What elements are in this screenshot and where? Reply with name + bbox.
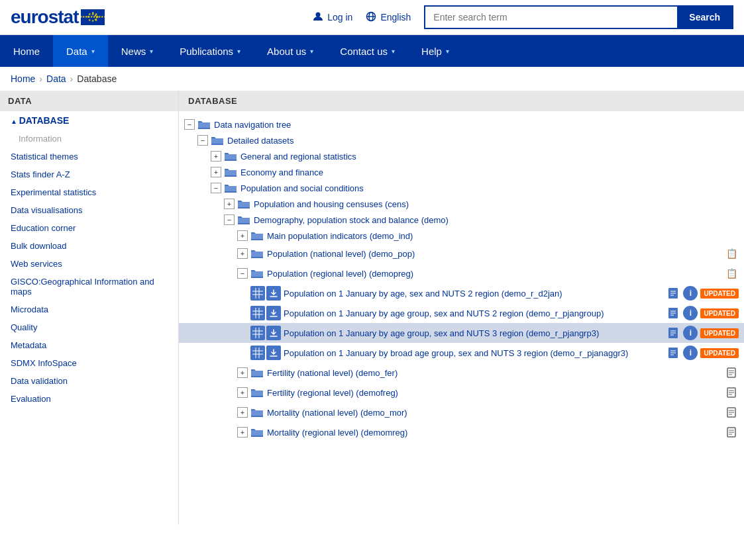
- nav-home[interactable]: Home: [0, 35, 53, 67]
- toggle-demo-pop[interactable]: +: [237, 248, 248, 259]
- toggle-demomreg[interactable]: +: [237, 427, 248, 438]
- node-label-demo-fer[interactable]: Fertility (national level) (demo_fer): [267, 368, 724, 378]
- search-input[interactable]: [425, 7, 677, 28]
- tree-node-demomreg[interactable]: + Mortality (regional level) (demomreg): [179, 422, 744, 442]
- tree-node-census[interactable]: + Population and housing censuses (cens): [179, 196, 744, 212]
- node-label-demography[interactable]: Demography, population stock and balance…: [254, 215, 744, 225]
- nav-news-chevron: ▾: [150, 48, 153, 55]
- breadcrumb-data[interactable]: Data: [46, 73, 66, 84]
- sidebar-item-statistical-themes[interactable]: Statistical themes: [0, 148, 178, 165]
- nav-help[interactable]: Help ▾: [408, 35, 462, 67]
- download-icon-pjanaggr3[interactable]: [266, 346, 281, 360]
- folder-demo-ind-icon: [250, 230, 264, 241]
- toggle-demopreg[interactable]: −: [237, 268, 248, 279]
- toggle-root[interactable]: −: [184, 119, 195, 130]
- sidebar-item-quality[interactable]: Quality: [0, 318, 178, 336]
- info-icon-pjanaggr3[interactable]: i: [683, 346, 698, 360]
- toggle-demo-ind[interactable]: +: [237, 230, 248, 241]
- node-label-census[interactable]: Population and housing censuses (cens): [254, 199, 744, 209]
- toggle-census[interactable]: +: [224, 199, 235, 209]
- tree-node-demo-r-pjangroup[interactable]: Population on 1 January by age group, se…: [179, 303, 744, 323]
- tree-node-demo-r-pjangrp3[interactable]: Population on 1 January by age group, se…: [179, 323, 744, 343]
- toggle-economy[interactable]: +: [211, 167, 221, 177]
- folder-demomreg-icon: [250, 427, 264, 438]
- sidebar-item-evaluation[interactable]: Evaluation: [0, 390, 178, 408]
- demo-fer-file-icon: [724, 365, 739, 380]
- folder-demo-pop-icon: [250, 248, 264, 259]
- content-header: DATABASE: [179, 91, 744, 111]
- tree-node-demo-r-pjanaggr3[interactable]: Population on 1 January by broad age gro…: [179, 343, 744, 363]
- node-label-demo-ind[interactable]: Main population indicators (demo_ind): [267, 231, 744, 241]
- sidebar-item-data-validation[interactable]: Data validation: [0, 372, 178, 390]
- node-label-demo-r-d2jan[interactable]: Population on 1 January by age, sex and …: [284, 289, 666, 299]
- toggle-demo-mor[interactable]: +: [237, 407, 248, 418]
- node-label-demofreg[interactable]: Fertility (regional level) (demofreg): [267, 388, 724, 398]
- sidebar-item-bulk[interactable]: Bulk download: [0, 237, 178, 255]
- node-label-pjanaggr3[interactable]: Population on 1 January by broad age gro…: [284, 348, 666, 358]
- svg-rect-39: [252, 347, 264, 359]
- node-label-demo-mor[interactable]: Mortality (national level) (demo_mor): [267, 408, 724, 418]
- node-label-demomreg[interactable]: Mortality (regional level) (demomreg): [267, 428, 724, 438]
- tree-node-demopreg[interactable]: − Population (regional level) (demopreg)…: [179, 263, 744, 283]
- info-icon-d2jan[interactable]: i: [683, 286, 698, 301]
- nav-news[interactable]: News ▾: [108, 35, 167, 67]
- login-button[interactable]: Log in: [313, 11, 352, 24]
- node-label-detailed[interactable]: Detailed datasets: [227, 136, 744, 146]
- language-selector[interactable]: English: [366, 11, 411, 24]
- tree-node-demo-fer[interactable]: + Fertility (national level) (demo_fer): [179, 363, 744, 383]
- toggle-general[interactable]: +: [211, 151, 221, 162]
- toggle-detailed[interactable]: −: [197, 135, 208, 146]
- tree-node-economy[interactable]: + Economy and finance: [179, 164, 744, 180]
- node-label-pjangrp3[interactable]: Population on 1 January by age group, se…: [284, 328, 666, 338]
- tree-node-demo-r-d2jan[interactable]: Population on 1 January by age, sex and …: [179, 283, 744, 303]
- download-icon-pjangrp3[interactable]: [266, 326, 281, 340]
- nav-publications[interactable]: Publications ▾: [166, 35, 254, 67]
- tree-node-demo-pop[interactable]: + Population (national level) (demo_pop)…: [179, 244, 744, 263]
- node-label-root[interactable]: Data navigation tree: [214, 120, 744, 130]
- sidebar-item-education[interactable]: Education corner: [0, 219, 178, 237]
- nav-data[interactable]: Data ▾: [53, 35, 108, 67]
- sidebar-item-database[interactable]: DATABASE: [0, 111, 178, 130]
- tree-node-demo-mor[interactable]: + Mortality (national level) (demo_mor): [179, 402, 744, 422]
- toggle-population-social[interactable]: −: [211, 183, 221, 193]
- tree-node-demography[interactable]: − Demography, population stock and balan…: [179, 212, 744, 228]
- tree-node-population-social[interactable]: − Population and social conditions: [179, 180, 744, 196]
- sidebar-item-visualisations[interactable]: Data visualisations: [0, 201, 178, 219]
- sidebar-item-gisco[interactable]: GISCO:Geographical Information and maps: [0, 273, 178, 301]
- node-label-economy[interactable]: Economy and finance: [240, 167, 744, 177]
- table-icon-pjangroup[interactable]: [250, 306, 265, 320]
- sidebar-item-microdata[interactable]: Microdata: [0, 301, 178, 318]
- node-label-demo-pop[interactable]: Population (national level) (demo_pop): [267, 249, 724, 259]
- node-label-demopreg[interactable]: Population (regional level) (demopreg): [267, 269, 724, 279]
- download-icon-d2jan[interactable]: [266, 286, 281, 301]
- tree-node-root[interactable]: − Data navigation tree: [179, 117, 744, 132]
- nav-about[interactable]: About us ▾: [254, 35, 327, 67]
- toggle-demofreg[interactable]: +: [237, 387, 248, 398]
- tree-node-general[interactable]: + General and regional statistics: [179, 148, 744, 164]
- tree-node-detailed[interactable]: − Detailed datasets: [179, 132, 744, 148]
- info-icon-pjangroup[interactable]: i: [683, 306, 698, 320]
- sidebar-item-sdmx[interactable]: SDMX InfoSpace: [0, 354, 178, 372]
- search-button[interactable]: Search: [677, 7, 732, 28]
- sidebar-item-stats-finder[interactable]: Stats finder A-Z: [0, 165, 178, 183]
- info-icon-pjangrp3[interactable]: i: [683, 326, 698, 340]
- logo[interactable]: eurostat ★★★★★★★★★★★★ ★ ★ ★ ★ ★ ★ ★ ★ ★: [11, 7, 105, 28]
- sidebar-item-experimental[interactable]: Experimental statistics: [0, 183, 178, 201]
- toggle-demography[interactable]: −: [224, 214, 235, 225]
- updated-badge-d2jan: UPDATED: [700, 289, 739, 299]
- sidebar-item-web-services[interactable]: Web services: [0, 255, 178, 273]
- table-icon-pjangrp3[interactable]: [250, 326, 265, 340]
- sidebar-item-metadata[interactable]: Metadata: [0, 336, 178, 354]
- node-label-population-social[interactable]: Population and social conditions: [240, 183, 744, 193]
- table-icon-pjanaggr3[interactable]: [250, 346, 265, 360]
- tree-node-demo-ind[interactable]: + Main population indicators (demo_ind): [179, 228, 744, 244]
- tree-node-demofreg[interactable]: + Fertility (regional level) (demofreg): [179, 383, 744, 402]
- download-icon-pjangroup[interactable]: [266, 306, 281, 320]
- demo-mor-file-icon: [724, 405, 739, 420]
- breadcrumb-home[interactable]: Home: [11, 73, 35, 84]
- node-label-pjangroup[interactable]: Population on 1 January by age group, se…: [284, 308, 666, 318]
- toggle-demo-fer[interactable]: +: [237, 367, 248, 378]
- node-label-general[interactable]: General and regional statistics: [240, 152, 744, 162]
- nav-contact[interactable]: Contact us ▾: [327, 35, 408, 67]
- table-icon-d2jan[interactable]: [250, 286, 265, 301]
